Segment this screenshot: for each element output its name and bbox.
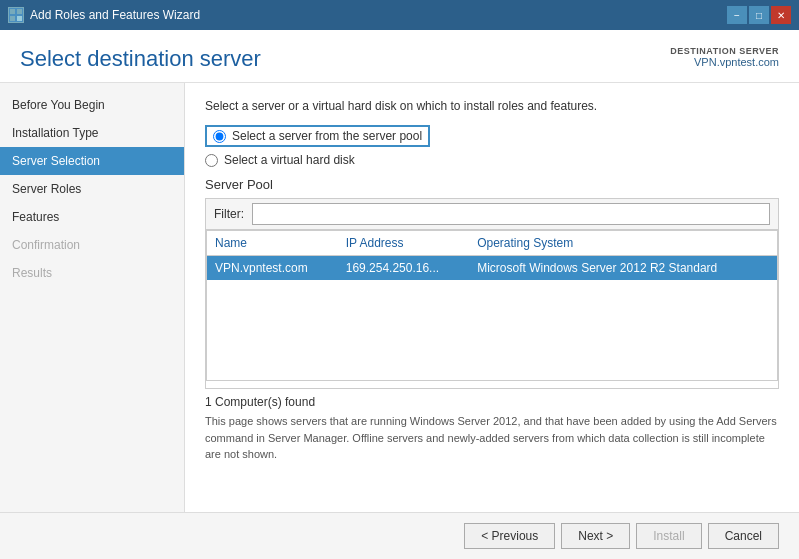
next-button[interactable]: Next > — [561, 523, 630, 549]
table-header-row: Name IP Address Operating System — [207, 231, 778, 256]
title-bar-left: Add Roles and Features Wizard — [8, 7, 200, 23]
cancel-button[interactable]: Cancel — [708, 523, 779, 549]
footer: < Previous Next > Install Cancel — [0, 512, 799, 559]
sidebar: Before You Begin Installation Type Serve… — [0, 83, 185, 512]
col-ip[interactable]: IP Address — [338, 231, 469, 256]
restore-button[interactable]: □ — [749, 6, 769, 24]
svg-rect-2 — [10, 16, 15, 21]
server-table: Name IP Address Operating System VPN.vpn… — [206, 230, 778, 381]
filter-label: Filter: — [214, 207, 244, 221]
minimize-button[interactable]: − — [727, 6, 747, 24]
app-icon — [8, 7, 24, 23]
sidebar-item-confirmation: Confirmation — [0, 231, 184, 259]
sidebar-item-server-roles[interactable]: Server Roles — [0, 175, 184, 203]
radio-virtual-disk-label[interactable]: Select a virtual hard disk — [224, 153, 355, 167]
dest-server-label: DESTINATION SERVER — [670, 46, 779, 56]
table-empty-row — [207, 280, 778, 380]
filter-row: Filter: — [205, 198, 779, 229]
body: Before You Begin Installation Type Serve… — [0, 83, 799, 512]
page-header: Select destination server DESTINATION SE… — [0, 30, 799, 83]
col-os[interactable]: Operating System — [469, 231, 777, 256]
content-area: Select a server or a virtual hard disk o… — [185, 83, 799, 512]
radio-server-pool-option[interactable]: Select a server from the server pool — [205, 125, 779, 147]
close-button[interactable]: ✕ — [771, 6, 791, 24]
main-container: Select destination server DESTINATION SE… — [0, 30, 799, 559]
radio-server-pool-border: Select a server from the server pool — [205, 125, 430, 147]
radio-server-pool-input[interactable] — [213, 130, 226, 143]
title-bar: Add Roles and Features Wizard − □ ✕ — [0, 0, 799, 30]
sidebar-item-features[interactable]: Features — [0, 203, 184, 231]
svg-rect-0 — [10, 9, 15, 14]
cell-name: VPN.vpntest.com — [207, 256, 338, 281]
radio-virtual-disk-option[interactable]: Select a virtual hard disk — [205, 153, 779, 167]
radio-group: Select a server from the server pool Sel… — [205, 125, 779, 167]
page-title: Select destination server — [20, 46, 261, 72]
found-text: 1 Computer(s) found — [205, 395, 779, 409]
server-pool-label: Server Pool — [205, 177, 779, 192]
sidebar-item-installation-type[interactable]: Installation Type — [0, 119, 184, 147]
window-title: Add Roles and Features Wizard — [30, 8, 200, 22]
sidebar-item-server-selection[interactable]: Server Selection — [0, 147, 184, 175]
server-table-wrapper: Name IP Address Operating System VPN.vpn… — [205, 229, 779, 389]
dest-server-name: VPN.vpntest.com — [670, 56, 779, 68]
radio-server-pool-label[interactable]: Select a server from the server pool — [232, 129, 422, 143]
sidebar-item-before-you-begin[interactable]: Before You Begin — [0, 91, 184, 119]
instruction-text: Select a server or a virtual hard disk o… — [205, 99, 779, 113]
destination-server-info: DESTINATION SERVER VPN.vpntest.com — [670, 46, 779, 68]
svg-rect-1 — [17, 9, 22, 14]
description-text: This page shows servers that are running… — [205, 413, 779, 463]
window-controls: − □ ✕ — [727, 6, 791, 24]
sidebar-item-results: Results — [0, 259, 184, 287]
table-row[interactable]: VPN.vpntest.com 169.254.250.16... Micros… — [207, 256, 778, 281]
install-button[interactable]: Install — [636, 523, 701, 549]
col-name[interactable]: Name — [207, 231, 338, 256]
previous-button[interactable]: < Previous — [464, 523, 555, 549]
radio-virtual-disk-input[interactable] — [205, 154, 218, 167]
svg-rect-3 — [17, 16, 22, 21]
cell-os: Microsoft Windows Server 2012 R2 Standar… — [469, 256, 777, 281]
filter-input[interactable] — [252, 203, 770, 225]
cell-ip: 169.254.250.16... — [338, 256, 469, 281]
